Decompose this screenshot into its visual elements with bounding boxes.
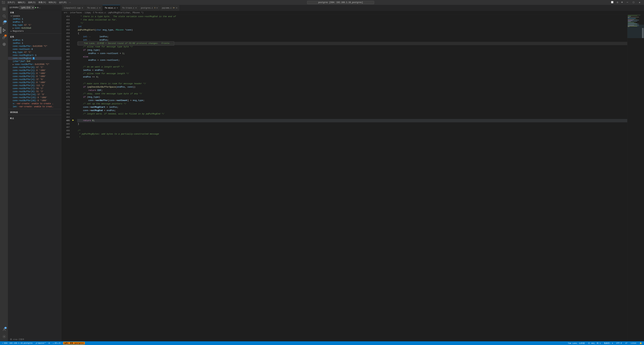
activity-settings[interactable] xyxy=(1,333,8,340)
watch-outbuffer2[interactable]: ▶ conn->outBuffer: 0x619500 "C" xyxy=(8,63,62,66)
tab-libpqtest[interactable]: libpqtest2.cpp × xyxy=(62,5,85,11)
code-area[interactable]: * there is a type byte. The state variab… xyxy=(76,15,627,341)
tab-pqcomm[interactable]: pqcomm.c 9+ × xyxy=(160,5,180,11)
watch-buf5[interactable]: conn->outBuffer[5]: 0 '\000' xyxy=(8,81,62,84)
tab-fe-exec[interactable]: fe-exec.c × xyxy=(85,5,103,11)
watch-buf[interactable]: (char*)buf: 0x0 xyxy=(8,60,62,63)
watch-buf6-name: conn->outBuffer[6]: xyxy=(13,84,36,87)
watch-outmsgstart[interactable]: conn->outMsgStart: 1 xyxy=(8,54,62,57)
status-blame[interactable]: Tom Lane, 21年前 xyxy=(567,341,586,345)
breadcrumb-file[interactable]: fe-misc.c xyxy=(95,12,106,14)
menu-file[interactable]: 文件(F) xyxy=(6,1,16,4)
status-cursor[interactable]: 行 462, 列 1 xyxy=(588,341,602,345)
run-config-select[interactable]: (gdb) 启动 xyxy=(19,6,34,10)
watch-buf8[interactable]: conn->outBuffer[8]: 51 '3' xyxy=(8,90,62,93)
watch-len[interactable]: len: -var-create: unable to creat… xyxy=(8,105,62,108)
menu-goto[interactable]: 转到(G) xyxy=(48,1,57,4)
watch-buf1[interactable]: conn->outBuffer[1]: 0 '\000' xyxy=(8,69,62,72)
punct-458c: ) xyxy=(132,28,133,32)
cmt-483: /* length word, if needed, will be fille… xyxy=(83,112,164,116)
tab-libpqtest-close[interactable]: × xyxy=(82,7,83,9)
watch-buf3[interactable]: conn->outBuffer[3]: 0 '\000' xyxy=(8,75,62,78)
breadcrumb-c[interactable]: C xyxy=(93,12,94,14)
status-notification[interactable]: 🔔 xyxy=(639,341,643,345)
minimap-line-1 xyxy=(628,15,640,15)
status-language[interactable]: Linux xyxy=(630,341,637,345)
var-endpos[interactable]: endPos: 5 xyxy=(8,21,62,24)
watch-endpos[interactable]: endPos: 5 xyxy=(8,39,62,42)
layout-icon[interactable]: ⬜ xyxy=(610,1,615,4)
maximize-button[interactable]: □ xyxy=(631,1,636,4)
tab-fe-exec-close[interactable]: × xyxy=(99,7,100,9)
status-encoding[interactable]: UTF-8 xyxy=(616,341,622,345)
activity-accounts[interactable]: 2 xyxy=(1,326,8,333)
layout-icon2[interactable]: ◫ xyxy=(616,1,619,4)
status-branch[interactable]: ⎇ master* xyxy=(34,341,46,345)
status-warnings[interactable]: ⚠ 29 ✕ 0 xyxy=(52,341,61,345)
locals-group[interactable]: ▼ Locals xyxy=(8,15,62,18)
watch-buf14[interactable]: conn->outBuffer[14]: 57 '9' xyxy=(8,93,62,96)
watch-buf4[interactable]: conn->outBuffer[4]: 37 '%' xyxy=(8,78,62,81)
watch-buf7[interactable]: conn->outBuffer[7]: 50 '2' xyxy=(8,87,62,90)
watch-buf16[interactable]: conn->outBuffer[16]: 0 '\000' xyxy=(8,99,62,102)
watch-lenpos[interactable]: lenPos: 1 xyxy=(8,42,62,45)
arrow-482: -> xyxy=(88,109,91,112)
watch-buf6[interactable]: conn->outBuffer[6]: 112 'p' xyxy=(8,84,62,87)
minimap-line-22 xyxy=(628,26,639,26)
var-msgtype[interactable]: msg_type: 67 'C' xyxy=(8,24,62,27)
breadcrumb-src[interactable]: src xyxy=(64,12,68,14)
var-lenpos[interactable]: lenPos: 1 xyxy=(8,18,62,21)
breadcrumb-libpq[interactable]: libpq xyxy=(84,12,90,14)
tab-fe-trace-close[interactable]: × xyxy=(135,7,137,9)
menu-edit[interactable]: 编辑(E) xyxy=(17,1,26,4)
tab-postgres-close[interactable]: × xyxy=(156,7,158,9)
run-more-button[interactable]: … xyxy=(39,6,40,9)
breadcrumb-func[interactable]: pqPutMsgStart(char, PGconn *) xyxy=(108,12,144,14)
menu-select[interactable]: 选择(S) xyxy=(27,1,37,4)
close-button[interactable]: ✕ xyxy=(637,1,642,4)
registers-group[interactable]: ▶ Registers xyxy=(8,30,62,33)
menu-view[interactable]: 查看(V) xyxy=(38,1,47,4)
menu-run[interactable]: 运行(R) xyxy=(58,1,68,4)
watch-s[interactable]: s: -var-create: unable to create … xyxy=(8,102,62,105)
arrow-479b: -> xyxy=(114,99,117,102)
op-star-458: * xyxy=(124,28,126,32)
layout-icon3[interactable]: ⊞ xyxy=(620,1,624,4)
activity-extensions[interactable]: 1 xyxy=(1,34,8,41)
status-sync[interactable]: ⟳ xyxy=(48,341,51,345)
minimize-button[interactable]: ─ xyxy=(625,1,630,4)
watch-buf0[interactable]: conn->outBuffer[0]: 67 'C' xyxy=(8,66,62,69)
activity-remote[interactable] xyxy=(1,41,8,48)
breadcrumb-interfaces[interactable]: interfaces xyxy=(70,12,82,14)
activity-scm[interactable]: 76 xyxy=(1,20,8,27)
tab-fe-trace[interactable]: fe-trace.c × xyxy=(120,5,139,11)
run-settings-button[interactable]: ⚙ xyxy=(37,6,38,9)
watch-msgtype[interactable]: msg_type: 67 'C' xyxy=(8,51,62,54)
svg-point-4 xyxy=(3,15,5,17)
activity-explorer[interactable] xyxy=(1,6,8,13)
watch-buf2[interactable]: conn->outBuffer[2]: 0 '\000' xyxy=(8,72,62,75)
tab-fe-misc[interactable]: fe-misc.c × xyxy=(103,5,120,11)
status-indent[interactable]: 制表符: 4 xyxy=(604,341,614,345)
minimap-scrollbar[interactable] xyxy=(642,15,644,341)
watch-outbuffer[interactable]: conn->outBuffer: 0x619500 "C" xyxy=(8,45,62,48)
status-debug[interactable]: (gdb) 启动 (postgres) xyxy=(62,341,86,345)
status-eol[interactable]: LF xyxy=(624,341,628,345)
semi-479: ; xyxy=(143,99,144,102)
var-conn[interactable]: ▶ conn: 0x6150a0 xyxy=(8,27,62,30)
menu-more[interactable]: … xyxy=(68,1,72,4)
watch-buf15[interactable]: conn->outBuffer[15]: 0 '\000' xyxy=(8,96,62,99)
tab-pqcomm-close[interactable]: × xyxy=(176,7,177,9)
watch-outmsgend[interactable]: conn->outMsgEnd: 5 xyxy=(8,57,62,60)
param-msgtype-464: msg_type xyxy=(88,49,98,52)
breadcrumb-sep1: › xyxy=(68,12,69,14)
watch-outcount[interactable]: conn->outCount: 0 xyxy=(8,48,62,51)
title-search-bar[interactable]: postgres [SSH: 192.168.1.16_postgres] xyxy=(307,1,374,4)
watch-buf16-name: conn->outBuffer[16]: xyxy=(13,100,37,102)
tab-postgres[interactable]: postgres.c 3 × xyxy=(139,5,160,11)
activity-debug[interactable] xyxy=(1,27,8,34)
status-remote[interactable]: ⚡ SSH: 192.168.1.16_postgres xyxy=(1,341,33,345)
run-play-button[interactable]: ▶ xyxy=(35,6,36,9)
activity-search[interactable] xyxy=(1,13,8,20)
tab-fe-misc-close[interactable]: × xyxy=(116,7,118,9)
